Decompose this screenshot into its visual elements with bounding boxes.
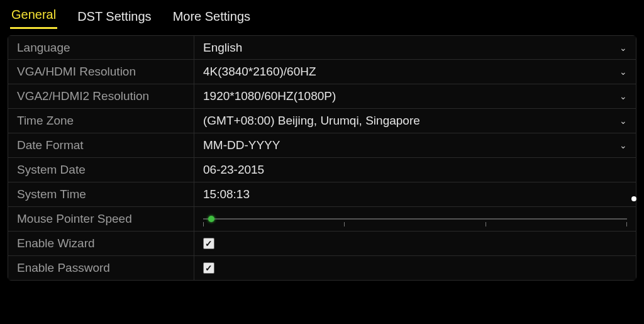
- wizard-field: ✓: [194, 232, 636, 255]
- chevron-down-icon: ⌄: [619, 116, 627, 126]
- chevron-down-icon: ⌄: [619, 91, 627, 101]
- language-label: Language: [8, 36, 194, 59]
- timezone-select[interactable]: (GMT+08:00) Beijing, Urumqi, Singapore ⌄: [194, 109, 636, 133]
- resolution2-value: 1920*1080/60HZ(1080P): [203, 89, 336, 103]
- password-checkbox[interactable]: ✓: [203, 262, 214, 274]
- mousespeed-slider[interactable]: [194, 207, 636, 231]
- language-value: English: [203, 41, 242, 55]
- resolution2-label: VGA2/HDMI2 Resolution: [8, 84, 194, 108]
- dateformat-label: Date Format: [8, 133, 194, 157]
- wizard-checkbox[interactable]: ✓: [203, 238, 214, 249]
- language-select[interactable]: English ⌄: [194, 36, 636, 59]
- password-label: Enable Password: [8, 256, 194, 280]
- settings-panel: Language English ⌄ VGA/HDMI Resolution 4…: [8, 35, 636, 281]
- password-field: ✓: [194, 256, 636, 280]
- dateformat-value: MM-DD-YYYY: [203, 138, 280, 152]
- resolution1-label: VGA/HDMI Resolution: [8, 60, 194, 84]
- wizard-label: Enable Wizard: [8, 232, 194, 255]
- resolution1-select[interactable]: 4K(3840*2160)/60HZ ⌄: [194, 60, 636, 84]
- systemdate-field[interactable]: 06-23-2015: [194, 158, 636, 182]
- timezone-label: Time Zone: [8, 109, 194, 133]
- slider-ticks: [203, 222, 627, 226]
- resolution1-value: 4K(3840*2160)/60HZ: [203, 65, 316, 79]
- chevron-down-icon: ⌄: [619, 43, 627, 53]
- tab-general[interactable]: General: [10, 5, 57, 29]
- systemdate-label: System Date: [8, 158, 194, 182]
- systemdate-value: 06-23-2015: [203, 163, 264, 177]
- slider-thumb[interactable]: [208, 216, 214, 222]
- mousespeed-label: Mouse Pointer Speed: [8, 207, 194, 231]
- systemtime-field[interactable]: 15:08:13: [194, 182, 636, 206]
- chevron-down-icon: ⌄: [619, 67, 627, 77]
- systemtime-label: System Time: [8, 182, 194, 206]
- tab-bar: General DST Settings More Settings: [0, 0, 644, 29]
- tab-more[interactable]: More Settings: [172, 7, 252, 29]
- systemtime-value: 15:08:13: [203, 187, 250, 201]
- resolution2-select[interactable]: 1920*1080/60HZ(1080P) ⌄: [194, 84, 636, 108]
- tab-dst[interactable]: DST Settings: [76, 7, 152, 29]
- dateformat-select[interactable]: MM-DD-YYYY ⌄: [194, 133, 636, 157]
- chevron-down-icon: ⌄: [619, 140, 627, 150]
- timezone-value: (GMT+08:00) Beijing, Urumqi, Singapore: [203, 114, 420, 128]
- slider-track: [203, 218, 627, 220]
